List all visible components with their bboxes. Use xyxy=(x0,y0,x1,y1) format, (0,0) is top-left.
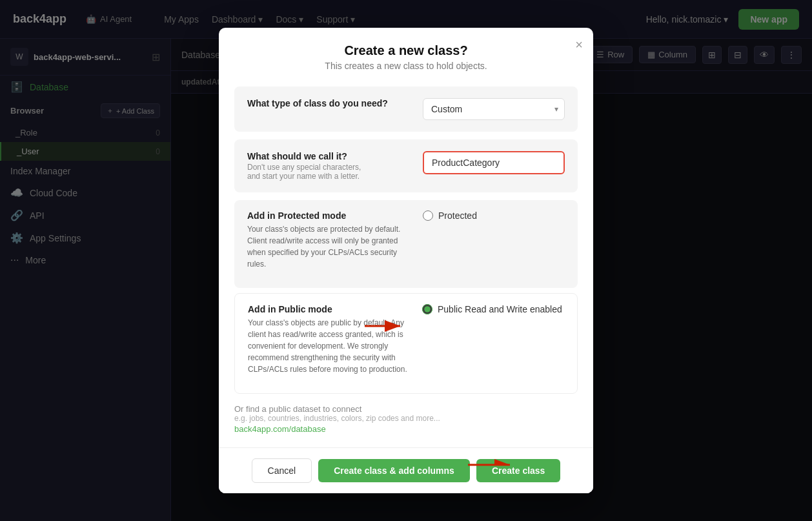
public-radio-label[interactable]: Public Read and Write enabled xyxy=(422,304,562,314)
class-type-row: What type of class do you need? Custom U… xyxy=(247,98,565,120)
public-title: Add in Public mode xyxy=(248,304,409,314)
protected-mode-section: Add in Protected mode Your class's objec… xyxy=(234,200,578,288)
protected-title: Add in Protected mode xyxy=(247,210,410,221)
protected-radio[interactable] xyxy=(423,210,433,221)
class-name-hint2: and start your name with a letter. xyxy=(247,172,410,181)
modal-overlay[interactable]: Create a new class? This creates a new c… xyxy=(0,0,812,521)
class-name-section: What should we call it? Don't use any sp… xyxy=(234,139,578,192)
protected-desc: Your class's objects are protected by de… xyxy=(247,223,410,270)
class-type-select[interactable]: Custom User Role Session xyxy=(423,98,565,120)
modal-footer: Cancel Create class & add columns Create… xyxy=(219,447,593,493)
dataset-examples: e.g. jobs, countries, industries, colors… xyxy=(234,414,578,423)
class-type-section: What type of class do you need? Custom U… xyxy=(234,87,578,132)
public-radio[interactable] xyxy=(422,304,432,314)
protected-radio-label[interactable]: Protected xyxy=(423,210,477,221)
class-type-select-wrapper: Custom User Role Session ▾ xyxy=(423,98,565,120)
class-name-row: What should we call it? Don't use any sp… xyxy=(247,151,565,181)
modal-subtitle: This creates a new class to hold objects… xyxy=(234,61,578,71)
dataset-section: Or find a public dataset to connect e.g.… xyxy=(234,399,578,437)
dataset-url-link[interactable]: back4app.com/database xyxy=(234,424,326,434)
modal-header: Create a new class? This creates a new c… xyxy=(219,28,593,76)
create-class-modal: Create a new class? This creates a new c… xyxy=(219,28,593,493)
modal-title: Create a new class? xyxy=(234,43,578,58)
class-name-input[interactable] xyxy=(423,151,565,174)
dataset-text: Or find a public dataset to connect xyxy=(234,404,578,414)
class-name-hint1: Don't use any special characters, xyxy=(247,163,410,172)
cancel-button[interactable]: Cancel xyxy=(252,458,312,483)
class-name-label: What should we call it? xyxy=(247,151,410,161)
create-class-button[interactable]: Create class xyxy=(476,459,561,482)
modal-body: What type of class do you need? Custom U… xyxy=(219,76,593,447)
public-desc: Your class's objects are public by defau… xyxy=(248,317,409,375)
class-type-label: What type of class do you need? xyxy=(247,98,410,108)
close-button[interactable]: × xyxy=(575,38,583,51)
create-class-add-columns-button[interactable]: Create class & add columns xyxy=(318,459,470,482)
public-mode-section: Add in Public mode Your class's objects … xyxy=(234,293,578,394)
